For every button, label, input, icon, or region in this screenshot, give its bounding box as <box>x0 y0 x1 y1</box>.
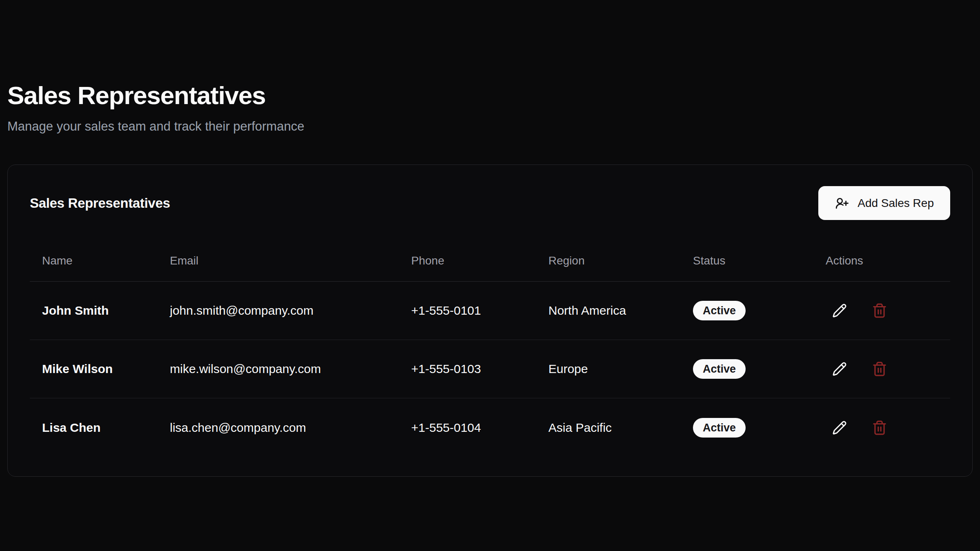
table-row: Lisa Chen lisa.chen@company.com +1-555-0… <box>30 398 950 457</box>
rep-phone: +1-555-0101 <box>399 282 536 340</box>
user-plus-icon <box>835 196 849 210</box>
rep-region: Asia Pacific <box>536 398 681 457</box>
page-subtitle: Manage your sales team and track their p… <box>7 119 973 134</box>
table-row: John Smith john.smith@company.com +1-555… <box>30 282 950 340</box>
sales-reps-card: Sales Representatives Add Sales Rep <box>7 164 973 477</box>
column-header-region: Region <box>536 226 681 282</box>
column-header-actions: Actions <box>813 226 950 282</box>
add-sales-rep-button[interactable]: Add Sales Rep <box>818 186 950 220</box>
delete-button[interactable] <box>871 302 888 319</box>
rep-email: lisa.chen@company.com <box>158 398 399 457</box>
row-actions <box>826 302 938 319</box>
card-header: Sales Representatives Add Sales Rep <box>30 186 950 220</box>
delete-button[interactable] <box>871 420 888 436</box>
page: Sales Representatives Manage your sales … <box>0 0 980 477</box>
table-header-row: Name Email Phone Region Status Actions <box>30 226 950 282</box>
pencil-icon <box>832 420 847 435</box>
edit-button[interactable] <box>831 302 848 319</box>
delete-button[interactable] <box>871 361 888 377</box>
status-badge: Active <box>693 359 746 379</box>
rep-name: John Smith <box>30 282 158 340</box>
edit-button[interactable] <box>831 361 848 377</box>
rep-email: mike.wilson@company.com <box>158 340 399 398</box>
card-title: Sales Representatives <box>30 196 170 211</box>
rep-region: Europe <box>536 340 681 398</box>
column-header-status: Status <box>681 226 813 282</box>
column-header-email: Email <box>158 226 399 282</box>
edit-button[interactable] <box>831 420 848 436</box>
rep-email: john.smith@company.com <box>158 282 399 340</box>
pencil-icon <box>832 303 847 318</box>
rep-phone: +1-555-0104 <box>399 398 536 457</box>
rep-phone: +1-555-0103 <box>399 340 536 398</box>
column-header-phone: Phone <box>399 226 536 282</box>
add-sales-rep-label: Add Sales Rep <box>858 197 934 210</box>
trash-icon <box>872 303 887 318</box>
page-title: Sales Representatives <box>7 81 973 110</box>
status-badge: Active <box>693 301 746 320</box>
row-actions <box>826 420 938 436</box>
trash-icon <box>872 361 887 377</box>
table-row: Mike Wilson mike.wilson@company.com +1-5… <box>30 340 950 398</box>
pencil-icon <box>832 362 847 376</box>
rep-name: Mike Wilson <box>30 340 158 398</box>
row-actions <box>826 361 938 377</box>
status-badge: Active <box>693 418 746 438</box>
column-header-name: Name <box>30 226 158 282</box>
trash-icon <box>872 420 887 435</box>
rep-region: North America <box>536 282 681 340</box>
rep-name: Lisa Chen <box>30 398 158 457</box>
sales-reps-table: Name Email Phone Region Status Actions J… <box>30 226 950 457</box>
